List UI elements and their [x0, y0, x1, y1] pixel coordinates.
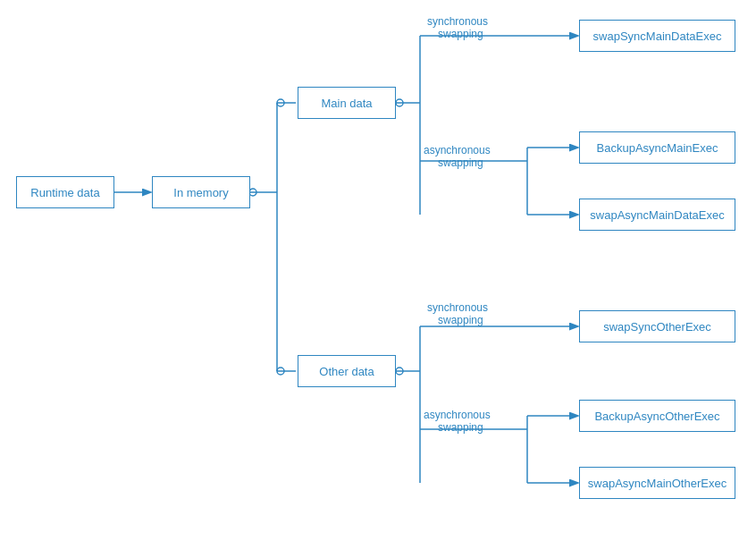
node-maindata-label: Main data: [321, 97, 372, 110]
node-swapSyncMain: swapSyncMainDataExec: [579, 20, 735, 52]
node-backupAsyncOther: BackupAsyncOtherExec: [579, 400, 735, 432]
node-runtime: Runtime data: [16, 176, 114, 208]
node-runtime-label: Runtime data: [30, 186, 99, 199]
node-swapSyncMain-label: swapSyncMainDataExec: [593, 30, 722, 43]
node-swapAsyncMain: swapAsyncMainDataExec: [579, 199, 735, 231]
label-sync-other2: swapping: [438, 314, 483, 326]
node-inmemory-label: In memory: [173, 186, 228, 199]
label-sync-other: synchronous: [427, 301, 488, 314]
diagram-svg: synchronous swapping asynchronous swappi…: [0, 0, 756, 541]
label-sync-main: synchronous: [427, 15, 488, 28]
node-backupAsyncMain: BackupAsyncMainExec: [579, 131, 735, 164]
label-async-other2: swapping: [438, 421, 483, 434]
label-sync-main2: swapping: [438, 28, 483, 40]
node-swapAsyncOther: swapAsyncMainOtherExec: [579, 467, 735, 499]
node-backupAsyncMain-label: BackupAsyncMainExec: [597, 141, 718, 155]
node-backupAsyncOther-label: BackupAsyncOtherExec: [594, 410, 719, 423]
node-swapAsyncOther-label: swapAsyncMainOtherExec: [588, 477, 727, 490]
node-maindata: Main data: [298, 87, 396, 119]
node-swapSyncOther-label: swapSyncOtherExec: [603, 320, 711, 334]
node-swapAsyncMain-label: swapAsyncMainDataExec: [590, 208, 724, 222]
label-async-main2: swapping: [438, 156, 483, 169]
diagram-container: synchronous swapping asynchronous swappi…: [0, 0, 756, 541]
node-swapSyncOther: swapSyncOtherExec: [579, 310, 735, 342]
label-async-other: asynchronous: [424, 409, 491, 421]
node-otherdata-label: Other data: [319, 365, 374, 378]
label-async-main: asynchronous: [424, 144, 491, 156]
node-inmemory: In memory: [152, 176, 250, 208]
node-otherdata: Other data: [298, 355, 396, 387]
